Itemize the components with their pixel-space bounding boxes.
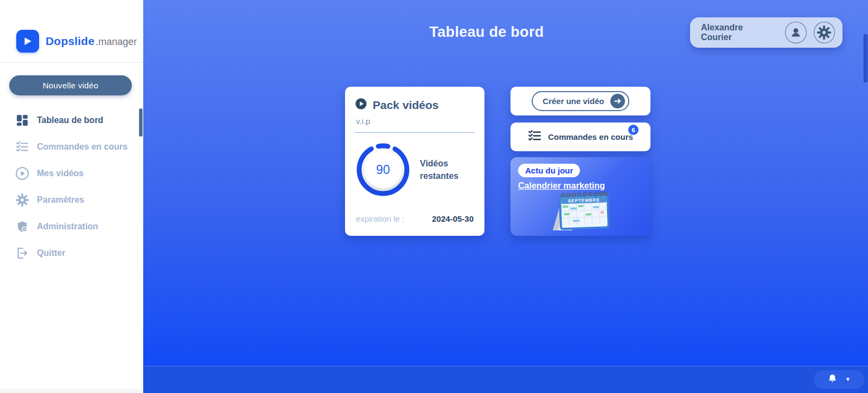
brand-suffix: .manager (95, 36, 137, 47)
sidebar-item-label: Administration (37, 222, 98, 231)
notifications-button[interactable]: ▼ (814, 370, 864, 389)
logout-icon (15, 246, 29, 260)
remaining-videos-count: 90 (364, 151, 402, 189)
brand-logo: Dopslide.manager (0, 0, 143, 63)
orders-count-badge: 6 (628, 125, 639, 135)
bottom-bar: ▼ (143, 366, 868, 393)
create-video-card: Créer une vidéo (510, 87, 650, 115)
brand-name: Dopslide (46, 35, 94, 47)
divider (355, 132, 475, 133)
create-video-button[interactable]: Créer une vidéo (532, 91, 629, 111)
pack-title: Pack vidéos (373, 99, 438, 112)
user-name: Alexandre Courier (701, 23, 775, 42)
sidebar-item-label: Quitter (37, 248, 65, 258)
user-pill: Alexandre Courier (690, 17, 843, 48)
sidebar-item-my-videos[interactable]: Mes vidéos (0, 160, 143, 186)
desk-calendar-image: SEPTEMBRE (544, 188, 614, 235)
expiration-date: 2024-05-30 (432, 214, 474, 223)
sidebar-item-orders[interactable]: Commandes en cours (0, 133, 143, 160)
remaining-videos-progress-ring: 90 (355, 141, 411, 198)
sidebar-item-label: Mes vidéos (37, 169, 84, 178)
app-window: Dopslide.manager Nouvelle vidéo Tableau … (0, 0, 868, 393)
avatar-icon[interactable] (785, 22, 806, 43)
play-icon (16, 30, 39, 53)
gear-icon (15, 193, 29, 207)
arrow-right-icon (610, 94, 625, 108)
page-scrollbar[interactable] (864, 34, 867, 82)
sidebar-item-dashboard[interactable]: Tableau de bord (0, 107, 143, 133)
dashboard-icon (15, 113, 29, 127)
checklist-icon (528, 129, 541, 145)
chevron-down-icon: ▼ (845, 377, 851, 382)
checklist-icon (15, 140, 29, 154)
sidebar: Dopslide.manager Nouvelle vidéo Tableau … (0, 0, 143, 393)
news-badge: Actu du jour (518, 164, 580, 177)
sidebar-item-administration[interactable]: Administration (0, 213, 143, 240)
sidebar-item-label: Commandes en cours (37, 142, 127, 152)
pack-videos-card: Pack vidéos v.i.p 90 Vidéos restantes ex… (345, 87, 484, 236)
sidebar-nav: Tableau de bord Commandes en cours (0, 107, 143, 266)
play-circle-icon (355, 98, 367, 112)
play-circle-icon (15, 166, 29, 181)
daily-news-card[interactable]: Actu du jour Calendrier marketing SEPTEM… (510, 157, 650, 236)
orders-label: Commandes en cours (548, 132, 633, 141)
sidebar-item-label: Tableau de bord (37, 115, 103, 125)
expiration-label: expiration le : (356, 214, 404, 223)
brand-text: Dopslide.manager (46, 35, 137, 48)
remaining-videos-label: Vidéos restantes (420, 157, 475, 182)
orders-in-progress-card[interactable]: Commandes en cours 6 (510, 123, 650, 151)
new-video-button[interactable]: Nouvelle vidéo (9, 75, 132, 95)
sidebar-item-settings[interactable]: Paramètres (0, 186, 143, 213)
sidebar-bottom-strip (0, 389, 143, 393)
create-video-label: Créer une vidéo (542, 96, 604, 106)
main-area: Tableau de bord Alexandre Courier (143, 0, 868, 393)
sidebar-scrollbar[interactable] (139, 108, 143, 137)
pack-plan: v.i.p (356, 117, 475, 126)
bell-icon (827, 373, 838, 385)
sidebar-item-logout[interactable]: Quitter (0, 240, 143, 266)
gear-icon[interactable] (814, 22, 835, 43)
shield-icon (15, 220, 29, 234)
sidebar-item-label: Paramètres (37, 195, 84, 205)
